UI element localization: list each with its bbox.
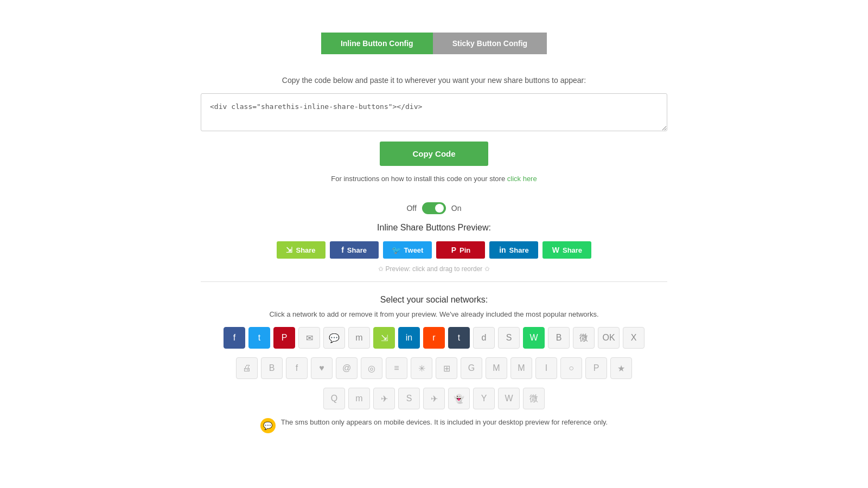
copy-code-button[interactable]: Copy Code	[380, 142, 488, 166]
net-btn-gmail[interactable]: M	[486, 357, 507, 379]
net-btn-google[interactable]: G	[461, 357, 482, 379]
toggle-track[interactable]	[422, 202, 446, 214]
networks-title: Select your social networks:	[201, 295, 667, 305]
net-btn-print[interactable]: 🖨	[236, 357, 258, 379]
net-btn-xing[interactable]: X	[623, 327, 644, 349]
net-btn-ok2[interactable]: ✳	[411, 357, 432, 379]
toggle-thumb	[435, 204, 444, 213]
page-wrapper: Inline Button Config Sticky Button Confi…	[190, 0, 678, 455]
net-btn-fotki[interactable]: ◎	[361, 357, 382, 379]
net-btn-digg[interactable]: d	[473, 327, 495, 349]
share-btn-whatsapp[interactable]: W Share	[542, 241, 591, 259]
share-btn-twitter[interactable]: 🐦 Tweet	[383, 241, 432, 259]
net-btn-skype[interactable]: S	[398, 388, 420, 409]
tab-inline[interactable]: Inline Button Config	[321, 33, 433, 54]
net-btn-pinterest[interactable]: P	[273, 327, 295, 349]
net-btn-buffer[interactable]: ≡	[386, 357, 407, 379]
toggle-on-label: On	[451, 204, 462, 213]
install-note-prefix: For instructions on how to install this …	[331, 175, 505, 183]
linkedin-icon: in	[499, 246, 506, 254]
net-btn-yummly[interactable]: Y	[473, 388, 495, 409]
networks-desc: Click a network to add or remove it from…	[201, 310, 667, 318]
twitter-icon: 🐦	[392, 246, 401, 254]
net-btn-telegram[interactable]: ✈	[423, 388, 445, 409]
share-label-facebook: Share	[347, 246, 367, 254]
toggle-off-label: Off	[406, 204, 416, 213]
net-btn-whatsapp[interactable]: W	[523, 327, 545, 349]
share-btn-facebook[interactable]: f Share	[330, 241, 379, 259]
net-btn-ok[interactable]: OK	[598, 327, 620, 349]
share-btn-linkedin[interactable]: in Share	[489, 241, 538, 259]
share-btn-pinterest[interactable]: P Pin	[436, 241, 485, 259]
share-label-sharethis: Share	[296, 246, 315, 254]
network-grid-row2: 🖨 B f ♥ @ ◎ ≡ ✳ ⊞ G M M I ○ P ★	[201, 357, 667, 379]
net-btn-sms[interactable]: 💬	[323, 327, 345, 349]
drag-hint: ✩ Preview: click and drag to reorder ✩	[201, 265, 667, 273]
net-btn-livejournal[interactable]: ⊞	[436, 357, 457, 379]
sms-note: 💬 The sms button only appears on mobile …	[201, 418, 667, 433]
net-btn-stumbleupon[interactable]: S	[498, 327, 520, 349]
share-label-twitter: Tweet	[404, 246, 424, 254]
facebook-icon: f	[341, 246, 344, 254]
net-btn-reddit[interactable]: r	[423, 327, 445, 349]
net-btn-sharethis[interactable]: ⇲	[373, 327, 395, 349]
net-btn-email[interactable]: ✉	[298, 327, 320, 349]
click-here-link[interactable]: click here	[507, 175, 537, 183]
whatsapp-icon: W	[552, 246, 559, 254]
tab-row: Inline Button Config Sticky Button Confi…	[201, 33, 667, 54]
net-btn-favorites[interactable]: ★	[610, 357, 632, 379]
instructions-text: Copy the code below and paste it to wher…	[201, 76, 667, 85]
share-buttons-preview: ⇲ Share f Share 🐦 Tweet P Pin in Share W…	[201, 241, 667, 259]
sms-note-icon: 💬	[260, 418, 276, 433]
share-label-linkedin: Share	[509, 246, 529, 254]
net-btn-flipboard[interactable]: f	[286, 357, 308, 379]
net-btn-care2[interactable]: ♥	[311, 357, 333, 379]
share-btn-sharethis[interactable]: ⇲ Share	[277, 241, 326, 259]
net-btn-tumblr[interactable]: t	[448, 327, 470, 349]
divider	[201, 281, 667, 282]
net-btn-meetup[interactable]: m	[348, 388, 370, 409]
preview-label: Inline Share Buttons Preview:	[201, 223, 667, 233]
share-label-whatsapp: Share	[563, 246, 582, 254]
net-btn-qzone[interactable]: Q	[323, 388, 345, 409]
sharethis-icon: ⇲	[286, 246, 292, 254]
net-btn-at[interactable]: @	[336, 357, 358, 379]
net-btn-send[interactable]: ✈	[373, 388, 395, 409]
sms-note-text: The sms button only appears on mobile de…	[281, 418, 608, 426]
toggle-row: Off On	[201, 202, 667, 214]
net-btn-pocket[interactable]: P	[585, 357, 607, 379]
net-btn-weibo[interactable]: 微	[573, 327, 595, 349]
share-label-pinterest: Pin	[459, 246, 470, 254]
code-textarea[interactable]	[201, 93, 667, 131]
net-btn-snapchat[interactable]: 👻	[448, 388, 470, 409]
network-grid-row3: Q m ✈ S ✈ 👻 Y W 微	[201, 388, 667, 409]
net-btn-blogger[interactable]: B	[261, 357, 283, 379]
net-btn-messenger[interactable]: m	[348, 327, 370, 349]
install-note: For instructions on how to install this …	[201, 175, 667, 183]
copy-button-wrap: Copy Code	[201, 142, 667, 166]
net-btn-wordpress[interactable]: W	[498, 388, 520, 409]
net-btn-linkedin[interactable]: in	[398, 327, 420, 349]
network-grid-row1: f t P ✉ 💬 m ⇲ in r t d S W B 微 OK X	[201, 327, 667, 349]
net-btn-vk[interactable]: B	[548, 327, 570, 349]
net-btn-wechat[interactable]: 微	[523, 388, 545, 409]
net-btn-meneame[interactable]: M	[510, 357, 532, 379]
net-btn-line[interactable]: ○	[560, 357, 582, 379]
tab-sticky[interactable]: Sticky Button Config	[433, 33, 547, 54]
toggle-switch[interactable]	[422, 202, 446, 214]
pinterest-icon: P	[451, 246, 456, 254]
net-btn-instapaper[interactable]: I	[535, 357, 557, 379]
net-btn-facebook[interactable]: f	[224, 327, 245, 349]
net-btn-twitter[interactable]: t	[248, 327, 270, 349]
